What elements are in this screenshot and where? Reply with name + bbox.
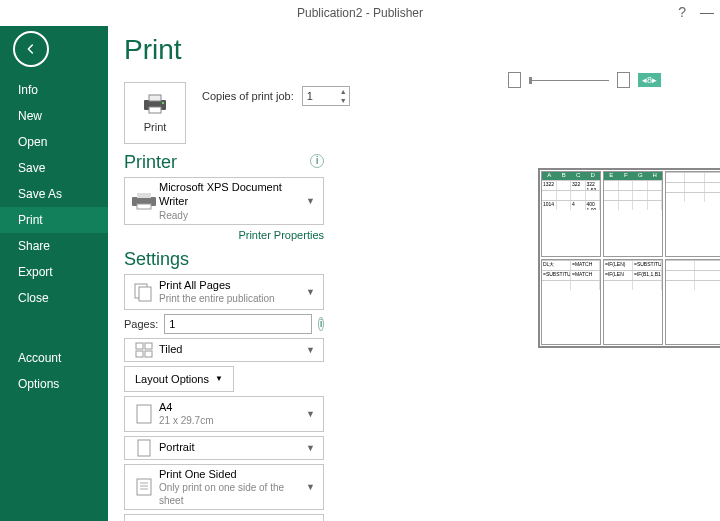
sidebar-item-save[interactable]: Save (0, 155, 108, 181)
copies-spinner[interactable]: 1 ▲▼ (302, 86, 350, 106)
sidebar-item-options[interactable]: Options (0, 371, 108, 397)
help-icon[interactable]: ? (678, 4, 686, 20)
chevron-down-icon: ▼ (302, 196, 319, 206)
svg-rect-8 (139, 287, 151, 301)
sidebar-item-share[interactable]: Share (0, 233, 108, 259)
printer-device-icon (129, 192, 159, 210)
svg-rect-13 (137, 405, 151, 423)
page-slider[interactable] (529, 80, 609, 81)
sidebar-item-account[interactable]: Account (0, 345, 108, 371)
pages-input[interactable] (164, 314, 312, 334)
svg-rect-2 (149, 107, 161, 113)
pages-info-icon[interactable]: i (318, 317, 324, 331)
preview-tile (665, 171, 720, 257)
preview-tile (665, 259, 720, 345)
sidebar-item-info[interactable]: Info (0, 77, 108, 103)
sides-dropdown[interactable]: Print One Sided Only print on one side o… (124, 464, 324, 510)
app-title: Publication2 - Publisher (297, 6, 423, 20)
sidebar-item-close[interactable]: Close (0, 285, 108, 311)
chevron-down-icon: ▼ (302, 409, 319, 419)
svg-rect-9 (136, 343, 143, 349)
page-indicator: ◂8▸ (638, 73, 661, 87)
preview-nav: ◂8▸ (508, 72, 720, 88)
page-last-icon[interactable] (617, 72, 630, 88)
sidebar-item-export[interactable]: Export (0, 259, 108, 285)
svg-rect-1 (149, 95, 161, 101)
orientation-dropdown[interactable]: Portrait ▼ (124, 436, 324, 460)
sidebar-item-print[interactable]: Print (0, 207, 108, 233)
copies-label: Copies of print job: (202, 90, 294, 102)
svg-point-3 (162, 102, 164, 104)
svg-rect-12 (145, 351, 152, 357)
preview-tile: =IF(LEN)=SUBSTITUTE(A1,B1,C1) =IF(LEN=IF… (603, 259, 663, 345)
tiled-icon (129, 342, 159, 358)
back-button[interactable] (13, 31, 49, 67)
preview-tile: ABCD 1322322322 1.53 10144400 1.00 (541, 171, 601, 257)
one-sided-icon (129, 477, 159, 497)
tiled-dropdown[interactable]: Tiled ▼ (124, 338, 324, 362)
svg-rect-6 (137, 204, 151, 209)
pages-icon (129, 282, 159, 302)
svg-rect-11 (136, 351, 143, 357)
printer-info-icon[interactable]: i (310, 154, 324, 168)
print-button[interactable]: Print (124, 82, 186, 144)
preview-tile: EFGH (603, 171, 663, 257)
svg-rect-10 (145, 343, 152, 349)
sidebar-item-open[interactable]: Open (0, 129, 108, 155)
color-dropdown[interactable]: Composite RGB Print as RGB color publica… (124, 514, 324, 521)
preview-tile: DL大=MATCH =SUBSTITUTE=MATCH (541, 259, 601, 345)
printer-icon (141, 93, 169, 115)
sidebar-item-saveas[interactable]: Save As (0, 181, 108, 207)
svg-rect-15 (137, 479, 151, 495)
page-first-icon[interactable] (508, 72, 521, 88)
portrait-icon (129, 439, 159, 457)
backstage-sidebar: Info New Open Save Save As Print Share E… (0, 26, 108, 521)
chevron-down-icon: ▼ (302, 345, 319, 355)
chevron-down-icon: ▼ (302, 287, 319, 297)
title-bar: Publication2 - Publisher ? — (0, 0, 720, 26)
printer-dropdown[interactable]: Microsoft XPS Document Writer Ready ▼ (124, 177, 324, 225)
print-range-dropdown[interactable]: Print All Pages Print the entire publica… (124, 274, 324, 310)
chevron-down-icon: ▼ (302, 482, 319, 492)
printer-heading: Printer (124, 152, 177, 173)
settings-heading: Settings (124, 249, 324, 270)
minimize-icon[interactable]: — (700, 4, 714, 20)
sidebar-item-new[interactable]: New (0, 103, 108, 129)
svg-rect-14 (138, 440, 150, 456)
preview-tiles: ABCD 1322322322 1.53 10144400 1.00 EFGH (538, 168, 720, 348)
pages-label: Pages: (124, 318, 158, 330)
printer-properties-link[interactable]: Printer Properties (124, 229, 324, 241)
chevron-down-icon: ▼ (215, 374, 223, 383)
paper-size-dropdown[interactable]: A4 21 x 29.7cm ▼ (124, 396, 324, 432)
page-icon (129, 404, 159, 424)
layout-options-button[interactable]: Layout Options ▼ (124, 366, 234, 392)
svg-rect-5 (137, 193, 151, 198)
chevron-down-icon: ▼ (302, 443, 319, 453)
